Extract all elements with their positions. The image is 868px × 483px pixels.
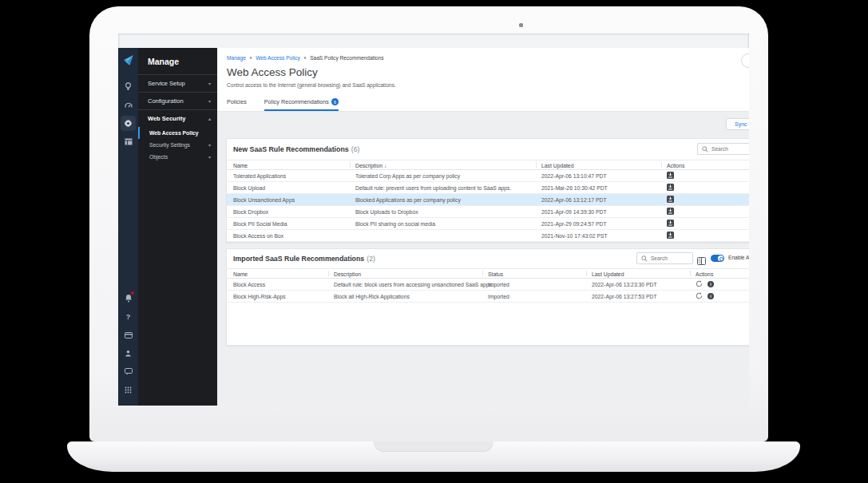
clipped-header-button[interactable]: [741, 53, 749, 68]
page-header: Manage › Web Access Policy › SaaS Policy…: [217, 48, 749, 112]
sidebar-item-web-access-policy[interactable]: Web Access Policy: [138, 127, 217, 139]
info-icon[interactable]: i: [707, 293, 714, 299]
sidebar-item-objects[interactable]: Objects ▾: [138, 151, 217, 163]
search-icon: [702, 146, 708, 152]
page-subtitle: Control access to the Internet (general …: [227, 82, 396, 88]
app-launcher-grid-icon[interactable]: [121, 382, 136, 398]
status-badge: Imported: [488, 294, 509, 299]
column-header-description[interactable]: Description↓: [355, 162, 387, 168]
tab-policies[interactable]: Policies: [227, 98, 247, 111]
column-header-status[interactable]: Status: [488, 271, 503, 276]
table-row[interactable]: Block Upload Default rule: prevent users…: [227, 182, 749, 194]
info-icon[interactable]: i: [707, 281, 714, 287]
sidebar-item-configuration[interactable]: Configuration ▾: [138, 93, 217, 109]
help-icon[interactable]: ?: [121, 309, 136, 324]
chevron-up-icon: ▴: [208, 116, 211, 121]
chevron-down-icon: ▾: [208, 142, 211, 148]
search-input[interactable]: [651, 255, 688, 261]
notification-badge: [130, 291, 135, 295]
breadcrumb: Manage › Web Access Policy › SaaS Policy…: [227, 55, 383, 61]
chevron-down-icon: ▾: [208, 81, 211, 86]
auto-sync-toggle-label: Enable Auto: [728, 255, 749, 260]
imported-rules-card: Imported SaaS Rule Recommendations (2) E…: [226, 248, 749, 346]
column-header-last-updated[interactable]: Last Updated: [541, 162, 573, 168]
breadcrumb-current: SaaS Policy Recommendations: [310, 55, 383, 61]
laptop-notch: [374, 441, 493, 452]
new-rules-search[interactable]: [697, 143, 749, 155]
laptop-camera: [519, 23, 523, 27]
import-rule-icon[interactable]: [667, 184, 674, 192]
breadcrumb-separator-icon: ›: [250, 55, 252, 61]
feedback-chat-icon[interactable]: [121, 364, 136, 379]
imported-rules-count: (2): [367, 255, 375, 263]
sync-button[interactable]: Sync: [726, 118, 749, 130]
import-rule-icon[interactable]: [667, 232, 674, 240]
tab-bar: Policies Policy Recommendations 6: [227, 98, 339, 111]
tab-count-badge: 6: [331, 98, 339, 105]
status-badge: Imported: [488, 282, 509, 287]
account-user-icon[interactable]: [121, 346, 136, 361]
auto-sync-toggle[interactable]: [711, 255, 724, 262]
table-row[interactable]: Tolerated Applications Tolerated Corp Ap…: [227, 170, 749, 182]
breadcrumb-link-web-access-policy[interactable]: Web Access Policy: [256, 55, 300, 61]
table-row[interactable]: Block Access Default rule: block users f…: [227, 279, 749, 291]
breadcrumb-separator-icon: ›: [304, 55, 306, 61]
table-row[interactable]: Block High-Risk-Apps Block all High-Rick…: [227, 291, 749, 303]
sort-descending-icon: ↓: [384, 162, 387, 168]
table-row[interactable]: Block Dropbox Block Uploads to Dropbox 2…: [227, 206, 749, 218]
new-rules-count: (6): [351, 145, 360, 153]
laptop-screen: ? Manage Service Setup ▾ Configuration ▾: [118, 34, 749, 406]
import-rule-icon[interactable]: [667, 220, 674, 228]
column-header-name[interactable]: Name: [233, 271, 248, 276]
imported-rules-title: Imported SaaS Rule Recommendations: [233, 255, 364, 263]
column-header-last-updated[interactable]: Last Updated: [592, 271, 624, 276]
table-row[interactable]: Block PII Social Media Block PII sharing…: [227, 218, 749, 230]
reports-table-icon[interactable]: [121, 134, 136, 149]
billing-card-icon[interactable]: [121, 327, 136, 342]
dashboard-gauge-icon[interactable]: [121, 97, 136, 113]
breadcrumb-link-manage[interactable]: Manage: [227, 55, 246, 61]
import-rule-icon[interactable]: [667, 208, 674, 216]
new-rules-card: New SaaS Rule Recommendations (6) Name D…: [226, 138, 749, 243]
imported-rules-table-header: Name Description Status Last Updated Act…: [227, 268, 749, 279]
column-header-description[interactable]: Description: [334, 271, 361, 276]
table-row-selected[interactable]: Block Unsanctioned Apps Blocked Applicat…: [227, 194, 749, 206]
imported-rules-search[interactable]: [636, 252, 693, 264]
laptop-base: [67, 441, 800, 472]
new-rules-table-header: Name Description↓ Last Updated Actions: [227, 160, 749, 170]
brand-logo-icon: [122, 54, 135, 69]
search-icon: [641, 255, 648, 262]
new-rules-title: New SaaS Rule Recommendations: [233, 145, 349, 153]
table-row[interactable]: Block Access on Box 2021-Nov-10 17:43:02…: [227, 230, 749, 242]
chevron-down-icon: ▾: [208, 154, 211, 160]
sidebar-item-service-setup[interactable]: Service Setup ▾: [138, 75, 217, 92]
column-settings-icon[interactable]: [697, 254, 706, 268]
tab-policy-recommendations[interactable]: Policy Recommendations 6: [264, 98, 339, 111]
manage-gear-icon[interactable]: [121, 116, 136, 131]
column-header-name[interactable]: Name: [233, 162, 248, 168]
page-body: Sync New SaaS Rule Recommendations (6) N…: [217, 112, 749, 406]
sidebar: Manage Service Setup ▾ Configuration ▾ W…: [138, 48, 217, 406]
resync-rule-icon[interactable]: [696, 280, 703, 288]
search-input[interactable]: [711, 146, 749, 152]
import-rule-icon[interactable]: [667, 172, 674, 180]
sidebar-item-security-settings[interactable]: Security Settings ▾: [138, 139, 217, 151]
column-header-actions: Actions: [667, 162, 684, 168]
insights-bulb-icon[interactable]: [121, 79, 136, 94]
sidebar-item-web-security[interactable]: Web Security ▴: [138, 110, 217, 127]
page-title: Web Access Policy: [227, 66, 318, 78]
column-header-actions: Actions: [696, 271, 713, 276]
notifications-bell-icon[interactable]: [121, 291, 136, 306]
sidebar-title: Manage: [138, 48, 217, 74]
chevron-down-icon: ▾: [208, 98, 211, 104]
import-rule-icon[interactable]: [667, 196, 674, 204]
resync-rule-icon[interactable]: [696, 292, 703, 300]
icon-rail: ?: [118, 48, 138, 406]
